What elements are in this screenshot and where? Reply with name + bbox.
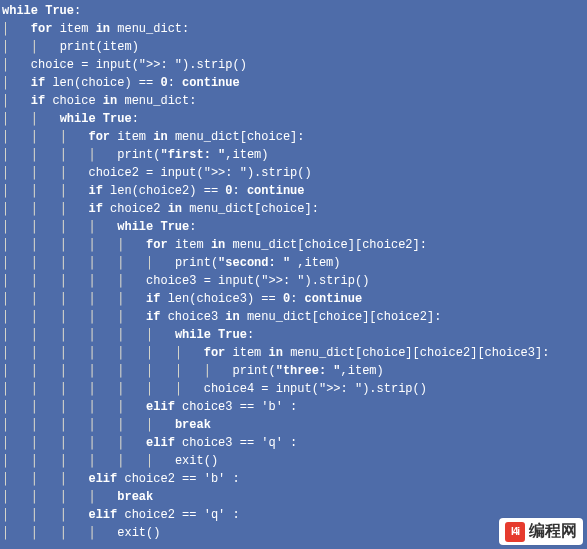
id-choice3: choice3 — [182, 400, 232, 414]
id-item: item — [103, 40, 132, 54]
id-print: print — [117, 148, 153, 162]
id-choice: choice — [52, 94, 95, 108]
kw-elif: elif — [146, 400, 175, 414]
id-menudict: menu_dict — [189, 202, 254, 216]
kw-in: in — [103, 94, 117, 108]
str-q: 'q' — [204, 508, 226, 522]
kw-if: if — [88, 184, 102, 198]
id-choice2: choice2 — [362, 238, 412, 252]
lit-0: 0 — [160, 76, 167, 90]
kw-elif: elif — [88, 508, 117, 522]
id-choice: choice — [261, 202, 304, 216]
str-prompt: ">>: " — [139, 58, 182, 72]
str-b: 'b' — [261, 400, 283, 414]
id-item: item — [60, 22, 89, 36]
kw-while: while — [60, 112, 96, 126]
str-first: "first: " — [160, 148, 225, 162]
id-menudict: menu_dict — [290, 346, 355, 360]
kw-in: in — [269, 346, 283, 360]
kw-for: for — [88, 130, 110, 144]
kw-if: if — [146, 310, 160, 324]
id-input: input — [276, 382, 312, 396]
id-choice2: choice2 — [110, 202, 160, 216]
str-q: 'q' — [261, 436, 283, 450]
lit-0: 0 — [225, 184, 232, 198]
id-choice3: choice3 — [168, 310, 218, 324]
lit-0: 0 — [283, 292, 290, 306]
kw-elif: elif — [146, 436, 175, 450]
id-choice2: choice2 — [124, 508, 174, 522]
kw-in: in — [153, 130, 167, 144]
id-menudict: menu_dict — [247, 310, 312, 324]
kw-if: if — [31, 76, 45, 90]
kw-if: if — [146, 292, 160, 306]
id-print: print — [60, 40, 96, 54]
id-strip: strip — [196, 58, 232, 72]
id-menudict: menu_dict — [175, 130, 240, 144]
kw-break: break — [117, 490, 153, 504]
id-choice3: choice3 — [146, 274, 196, 288]
id-menudict: menu_dict — [233, 238, 298, 252]
id-item: item — [348, 364, 377, 378]
id-item: item — [117, 130, 146, 144]
id-choice: choice — [305, 238, 348, 252]
id-exit: exit — [175, 454, 204, 468]
id-choice2: choice2 — [88, 166, 138, 180]
id-item: item — [233, 346, 262, 360]
watermark: l4i 编程网 — [499, 518, 583, 545]
id-choice4: choice4 — [204, 382, 254, 396]
kw-in: in — [211, 238, 225, 252]
str-three: "three: " — [276, 364, 341, 378]
id-len: len — [52, 76, 74, 90]
lit-true: True — [160, 220, 189, 234]
lit-true: True — [103, 112, 132, 126]
id-choice: choice — [247, 130, 290, 144]
id-strip: strip — [377, 382, 413, 396]
id-exit: exit — [117, 526, 146, 540]
id-choice2: choice2 — [420, 346, 470, 360]
id-choice: choice — [362, 346, 405, 360]
id-strip: strip — [261, 166, 297, 180]
id-print: print — [175, 256, 211, 270]
id-item: item — [175, 238, 204, 252]
kw-while: while — [117, 220, 153, 234]
kw-for: for — [146, 238, 168, 252]
kw-in: in — [96, 22, 110, 36]
kw-in: in — [168, 202, 182, 216]
id-input: input — [96, 58, 132, 72]
str-second: "second: " — [218, 256, 290, 270]
id-len: len — [168, 292, 190, 306]
str-prompt: ">>: " — [319, 382, 362, 396]
id-input: input — [160, 166, 196, 180]
str-prompt: ">>: " — [261, 274, 304, 288]
id-choice: choice — [319, 310, 362, 324]
id-choice3: choice3 — [182, 436, 232, 450]
lit-true: True — [45, 4, 74, 18]
kw-continue: continue — [305, 292, 363, 306]
kw-continue: continue — [247, 184, 305, 198]
watermark-text: 编程网 — [529, 521, 577, 542]
lit-true: True — [218, 328, 247, 342]
kw-if: if — [31, 94, 45, 108]
id-print: print — [233, 364, 269, 378]
kw-continue: continue — [182, 76, 240, 90]
kw-while: while — [175, 328, 211, 342]
kw-elif: elif — [88, 472, 117, 486]
kw-while: while — [2, 4, 38, 18]
id-menudict: menu_dict — [117, 22, 182, 36]
id-menudict: menu_dict — [124, 94, 189, 108]
id-choice3: choice3 — [485, 346, 535, 360]
id-choice: choice — [31, 58, 74, 72]
id-item: item — [232, 148, 261, 162]
id-choice3: choice3 — [196, 292, 246, 306]
watermark-logo-icon: l4i — [505, 522, 525, 542]
kw-in: in — [225, 310, 239, 324]
str-b: 'b' — [204, 472, 226, 486]
id-item: item — [305, 256, 334, 270]
id-choice: choice — [81, 76, 124, 90]
id-choice2: choice2 — [139, 184, 189, 198]
id-len: len — [110, 184, 132, 198]
id-input: input — [218, 274, 254, 288]
kw-if: if — [88, 202, 102, 216]
id-strip: strip — [319, 274, 355, 288]
